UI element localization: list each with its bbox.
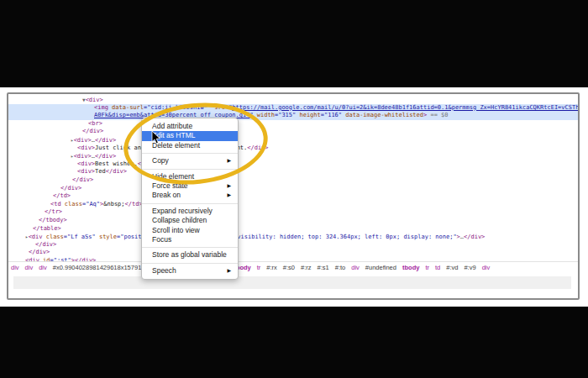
menu-separator: [142, 247, 238, 248]
dom-token: ="Lf aSs": [64, 234, 96, 240]
context-menu-item-speech[interactable]: Speech▶: [142, 266, 238, 276]
dom-tree-node[interactable]: </div>: [8, 185, 578, 193]
dom-tree-node[interactable]: <div>Ted</div>: [8, 168, 578, 176]
dom-token: Best wishes,: [95, 160, 138, 167]
dom-token: ="315": [275, 112, 296, 118]
dom-tree-node[interactable]: </div>: [8, 241, 578, 249]
dom-tree-node[interactable]: </div>: [8, 128, 578, 136]
dom-token: <div>: [77, 160, 95, 167]
dom-token: <div>: [74, 137, 92, 144]
breadcrumb-item[interactable]: #:to: [335, 264, 346, 271]
menu-separator: [142, 263, 238, 264]
dom-tree-node[interactable]: <td class="Aq">&nbsp;</td>: [8, 201, 578, 209]
dom-token: </div>: [82, 128, 103, 134]
breadcrumb-item[interactable]: #undefined: [365, 264, 396, 271]
breadcrumb-item[interactable]: #:s1: [318, 264, 329, 271]
dom-token: </div>: [247, 144, 268, 151]
dom-token: class: [61, 201, 82, 207]
dom-token: </div>: [95, 153, 116, 160]
submenu-arrow-icon: ▶: [227, 156, 231, 165]
letterbox-top: [0, 0, 588, 87]
dom-token: </table>: [33, 225, 61, 232]
dom-token: </div>: [72, 176, 93, 183]
breadcrumb-item[interactable]: div: [25, 264, 34, 271]
context-menu-item-edit-as-html[interactable]: Edit as HTML: [142, 131, 238, 140]
context-menu-item-copy[interactable]: Copy▶: [142, 156, 238, 165]
dom-token: <div>: [74, 153, 92, 160]
context-menu-item-focus[interactable]: Focus: [142, 235, 238, 244]
dom-tree-node[interactable]: <div>Best wishes,</div>: [8, 160, 578, 169]
breadcrumb-item[interactable]: div: [39, 264, 47, 271]
context-menu-item-store-as-global-variable[interactable]: Store as global variable: [142, 250, 238, 260]
dom-token: data-surl: [108, 104, 144, 111]
submenu-arrow-icon: ▶: [227, 191, 231, 200]
breadcrumb-item[interactable]: tr: [425, 264, 429, 271]
dom-tree-node[interactable]: </td>: [8, 192, 578, 201]
breadcrumb-item[interactable]: #x0.9904028981429618x157916: [53, 264, 145, 271]
dom-token: </td>: [125, 201, 143, 207]
context-menu-item-force-state[interactable]: Force state▶: [142, 181, 238, 191]
dom-tree[interactable]: ▼<div><img data-surl="cid:ii_k*cesniw*" …: [8, 96, 578, 265]
menu-separator: [142, 169, 238, 170]
dom-token: </tr>: [45, 208, 62, 215]
breadcrumb-item[interactable]: div: [11, 264, 19, 271]
dom-tree-node[interactable]: </div>: [8, 249, 578, 257]
dom-token: <div>: [86, 97, 103, 103]
dom-tree-node-selected[interactable]: A0Fk&disp=emb&attid=30percent_off_coupon…: [8, 112, 578, 120]
context-menu-item-delete-element[interactable]: Delete element: [142, 141, 238, 150]
context-menu-item-hide-element[interactable]: Hide element: [142, 172, 238, 181]
dom-token: height: [296, 112, 321, 118]
context-menu-item-add-attribute[interactable]: Add attribute: [142, 122, 238, 131]
submenu-arrow-icon: ▶: [227, 266, 231, 276]
dom-token: Ted: [95, 168, 106, 175]
dom-tree-node[interactable]: ▼<div>: [8, 96, 578, 104]
context-menu-item-break-on[interactable]: Break on▶: [142, 191, 238, 200]
dom-token: </div>: [106, 168, 127, 175]
dom-tree-node[interactable]: </tbody>: [8, 217, 578, 225]
dom-tree-node[interactable]: </div>: [8, 176, 578, 185]
breadcrumb-item[interactable]: td: [435, 264, 440, 271]
dom-token: </div>: [464, 234, 485, 240]
dom-token: </div>: [95, 137, 116, 144]
breadcrumb[interactable]: divdivdiv#x0.9904028981429618x157916#:t9…: [8, 261, 580, 273]
dom-token: ="cid:ii_k*cesniw*": [144, 104, 211, 111]
breadcrumb-item[interactable]: #:rx: [266, 264, 277, 271]
dom-token: == $0: [427, 112, 448, 118]
dom-token: </div>: [60, 185, 81, 192]
dom-token: https://mail.google.com/mail/u/0?ui=2&ik…: [232, 104, 578, 111]
dom-tree-node[interactable]: </table>: [8, 225, 578, 234]
dom-tree-node[interactable]: ▸<div class="Lf aSs" style="position: ab…: [8, 233, 578, 241]
dom-token: <div>: [77, 168, 95, 175]
dom-tree-node[interactable]: <div>Just click and claim your special d…: [8, 144, 578, 153]
dom-token: <div: [29, 234, 43, 240]
context-menu-item-scroll-into-view[interactable]: Scroll into view: [142, 226, 238, 235]
dom-token: data-image-whitelisted: [342, 112, 423, 118]
dom-token: </div>: [35, 241, 56, 248]
breadcrumb-item[interactable]: div: [351, 264, 360, 271]
letterbox-bottom: [0, 307, 588, 378]
dom-token: width: [254, 112, 275, 118]
dom-tree-node-selected[interactable]: <img data-surl="cid:ii_k*cesniw*" src="h…: [8, 104, 578, 113]
breadcrumb-item[interactable]: tbody: [402, 264, 419, 271]
dom-token: <div>: [77, 144, 95, 151]
dom-tree-node[interactable]: ▸<div>…</div>: [8, 136, 578, 144]
context-menu-item-collapse-children[interactable]: Collapse children: [142, 216, 238, 225]
dom-tree-node[interactable]: ▸<div>…</div>: [8, 152, 578, 160]
dom-token: ="116": [321, 112, 342, 118]
dom-tree-node[interactable]: </tr>: [8, 208, 578, 217]
breadcrumb-item[interactable]: #:rz: [301, 264, 312, 271]
dom-token: &nbsp;: [103, 201, 124, 207]
dom-tree-node[interactable]: <br>: [8, 120, 578, 129]
dom-token: class: [42, 234, 63, 240]
breadcrumb-item[interactable]: #:s0: [283, 264, 295, 271]
dom-token: ="Aq": [82, 201, 100, 207]
dom-token: </tbody>: [39, 217, 67, 223]
breadcrumb-item[interactable]: #:vd: [446, 264, 458, 271]
screenshot-stage: ▼<div><img data-surl="cid:ii_k*cesniw*" …: [0, 0, 588, 378]
dom-token: src: [211, 104, 225, 111]
breadcrumb-item[interactable]: div: [482, 264, 491, 271]
dom-token: <td: [50, 201, 61, 207]
context-menu-item-expand-recursively[interactable]: Expand recursively: [142, 207, 238, 216]
breadcrumb-item[interactable]: #:v9: [464, 264, 475, 271]
breadcrumb-item[interactable]: tr: [257, 264, 261, 271]
